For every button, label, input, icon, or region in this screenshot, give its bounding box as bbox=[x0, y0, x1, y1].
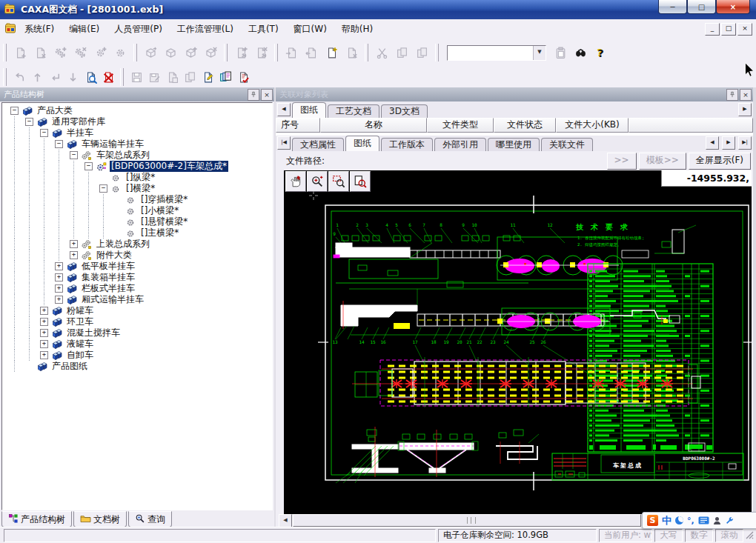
tree-expander[interactable]: + bbox=[66, 250, 81, 261]
property-tab[interactable]: 外部引用 bbox=[434, 138, 486, 151]
tree-expander[interactable]: + bbox=[36, 350, 51, 361]
tree-expander[interactable]: − bbox=[51, 139, 66, 150]
collapse-icon[interactable]: − bbox=[10, 107, 19, 115]
mdi-restore-button[interactable]: □ bbox=[721, 23, 736, 36]
arrow-down-icon[interactable] bbox=[64, 69, 82, 86]
doc-audit-icon[interactable] bbox=[234, 69, 252, 86]
expand-button[interactable]: >> bbox=[607, 153, 637, 170]
expand-icon[interactable]: + bbox=[40, 307, 48, 315]
expand-icon[interactable]: + bbox=[40, 340, 48, 348]
half-width-icon[interactable] bbox=[675, 516, 683, 524]
tree-expander[interactable]: + bbox=[51, 294, 66, 305]
doc-tab[interactable]: 图纸 bbox=[292, 102, 326, 118]
collapse-icon[interactable]: − bbox=[70, 151, 78, 159]
doc-edit-icon[interactable] bbox=[199, 69, 216, 86]
expand-icon[interactable]: + bbox=[55, 284, 63, 293]
cut-icon[interactable] bbox=[372, 43, 392, 62]
collapse-icon[interactable]: − bbox=[99, 184, 107, 193]
ime-mode-chinese[interactable]: 中 bbox=[662, 514, 672, 527]
settings-wrench-icon[interactable] bbox=[725, 516, 735, 525]
tree-expander[interactable]: + bbox=[66, 239, 81, 250]
tree-expander[interactable]: + bbox=[51, 283, 66, 294]
mdi-close-button[interactable]: × bbox=[737, 23, 752, 36]
drawing-canvas[interactable]: -14955.932, 12759.892 1234567891011129技 … bbox=[284, 170, 752, 514]
mdi-minimize-button[interactable]: _ bbox=[705, 23, 720, 36]
sogou-logo-icon[interactable]: S bbox=[647, 515, 658, 526]
tree-item[interactable]: −车辆运输半挂车 bbox=[2, 139, 272, 150]
tree-expander[interactable]: + bbox=[36, 339, 51, 350]
gear-icon[interactable] bbox=[110, 43, 130, 62]
doc-tab[interactable]: 3D文档 bbox=[381, 104, 428, 118]
fullscreen-button[interactable]: 全屏显示(F) bbox=[689, 153, 751, 170]
paste-icon[interactable] bbox=[551, 43, 571, 62]
maximize-button[interactable]: □ bbox=[687, 0, 716, 14]
tree-item[interactable]: []悬臂横梁* bbox=[2, 216, 272, 227]
collapse-icon[interactable]: − bbox=[55, 140, 63, 148]
dynamic-zoom-button[interactable] bbox=[307, 171, 328, 192]
minimize-button[interactable]: ─ bbox=[658, 0, 687, 14]
tree-expander[interactable]: + bbox=[51, 272, 66, 283]
tree-item[interactable]: −[BDP063000#-2]车架总成* bbox=[2, 161, 272, 172]
tree-item[interactable]: +低平板半挂车 bbox=[2, 261, 272, 272]
toolbar-grip[interactable] bbox=[274, 44, 278, 61]
close-icon[interactable]: × bbox=[740, 89, 752, 101]
browse-icon[interactable] bbox=[82, 69, 99, 86]
tab-scroll-right-icon[interactable]: ▶ bbox=[738, 103, 752, 116]
menu-item[interactable]: 人员管理(P) bbox=[107, 20, 170, 39]
help-icon[interactable]: ?? bbox=[591, 43, 611, 62]
expand-icon[interactable]: + bbox=[40, 329, 48, 337]
property-tab[interactable]: 工作版本 bbox=[381, 138, 433, 151]
gear-add-icon[interactable] bbox=[90, 43, 110, 62]
tree-item[interactable]: −通用零部件库 bbox=[2, 116, 272, 127]
tree-expander[interactable]: − bbox=[66, 150, 81, 161]
soft-keyboard-icon[interactable] bbox=[698, 516, 709, 524]
column-header[interactable]: 文件类型 bbox=[427, 118, 494, 133]
tree-item[interactable]: +栏板式半挂车 bbox=[2, 283, 272, 294]
gears-add-icon[interactable] bbox=[50, 43, 70, 62]
tree-item[interactable]: −[]横梁* bbox=[2, 183, 272, 194]
tree-expander[interactable]: − bbox=[21, 116, 36, 127]
tree-item[interactable]: 产品图纸 bbox=[2, 361, 272, 372]
menu-item[interactable]: 编辑(E) bbox=[62, 20, 107, 39]
tab-scroll-left-icon[interactable]: ◀ bbox=[277, 103, 291, 116]
undo-icon[interactable] bbox=[10, 69, 28, 86]
property-tab[interactable]: 文档属性 bbox=[292, 138, 344, 151]
doc-stack-icon[interactable] bbox=[216, 69, 234, 86]
tree-expander[interactable]: + bbox=[36, 327, 51, 339]
tree-item[interactable]: +集装箱半挂车 bbox=[2, 272, 272, 283]
export-icon[interactable] bbox=[302, 43, 322, 62]
tree-item[interactable]: +附件大类 bbox=[2, 250, 272, 261]
voice-input-icon[interactable] bbox=[713, 516, 721, 525]
doc-copy-icon[interactable] bbox=[181, 69, 199, 86]
tree-expander[interactable]: + bbox=[51, 261, 66, 272]
tree-expander[interactable]: + bbox=[36, 305, 51, 316]
tree-expander[interactable]: − bbox=[7, 105, 21, 116]
expand-icon[interactable]: + bbox=[70, 240, 78, 248]
tree-item[interactable]: −半挂车 bbox=[2, 127, 272, 139]
copy-icon[interactable] bbox=[392, 43, 412, 62]
punctuation-icon[interactable]: °, bbox=[687, 516, 694, 525]
save-as-icon[interactable] bbox=[145, 69, 163, 86]
tree-item[interactable]: −车架总成系列 bbox=[2, 150, 272, 161]
expand-icon[interactable]: + bbox=[70, 251, 78, 259]
expand-icon[interactable]: + bbox=[55, 262, 63, 270]
toolbar-grip[interactable] bbox=[133, 44, 137, 61]
find-icon[interactable] bbox=[571, 43, 591, 62]
box-closed-icon[interactable] bbox=[161, 43, 181, 62]
panel-tab-folder[interactable]: 文档树 bbox=[73, 511, 127, 527]
zoom-all-button[interactable] bbox=[350, 171, 371, 192]
expand-icon[interactable]: + bbox=[55, 273, 63, 282]
scroll-left-icon[interactable]: ◀ bbox=[279, 514, 292, 527]
tree-item[interactable]: +上装总成系列 bbox=[2, 239, 272, 250]
menu-item[interactable]: 工作流管理(L) bbox=[170, 20, 241, 39]
tab-next-icon[interactable]: ▶ bbox=[722, 136, 735, 150]
pin-icon[interactable] bbox=[248, 89, 259, 101]
tree-item[interactable]: +环卫车 bbox=[2, 316, 272, 327]
tree-item[interactable]: +液罐车 bbox=[2, 339, 272, 350]
tree-expander[interactable]: − bbox=[96, 183, 110, 194]
tree-expander[interactable]: − bbox=[36, 127, 51, 139]
menu-item[interactable]: 帮助(H) bbox=[334, 20, 380, 39]
item-add-icon[interactable] bbox=[231, 43, 251, 62]
tree-item[interactable]: []穿插横梁* bbox=[2, 194, 272, 205]
tree-item[interactable]: +混凝土搅拌车 bbox=[2, 327, 272, 339]
